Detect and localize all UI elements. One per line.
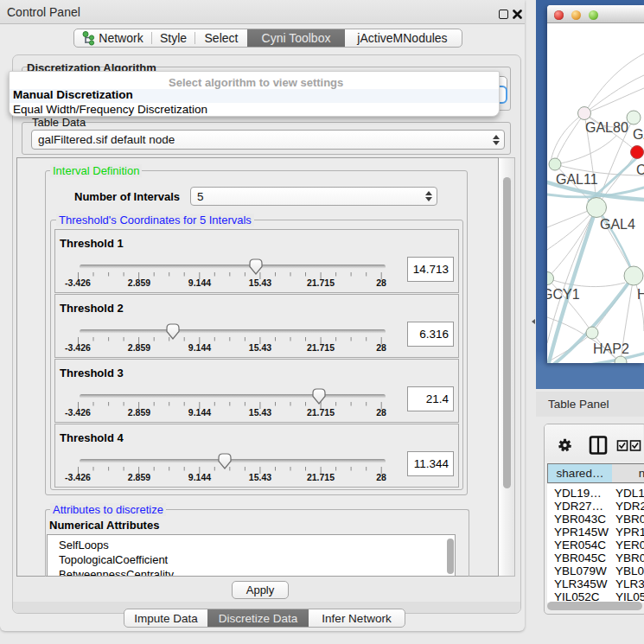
svg-text:GA: GA [633,127,644,142]
svg-text:GAL11: GAL11 [556,172,598,187]
svg-text:GCY1: GCY1 [547,287,580,302]
svg-text:HAP2: HAP2 [593,341,629,356]
svg-text:GAL80: GAL80 [585,120,628,135]
svg-text:C: C [636,163,644,177]
svg-text:H: H [637,287,644,302]
svg-text:GAL4: GAL4 [600,217,635,232]
